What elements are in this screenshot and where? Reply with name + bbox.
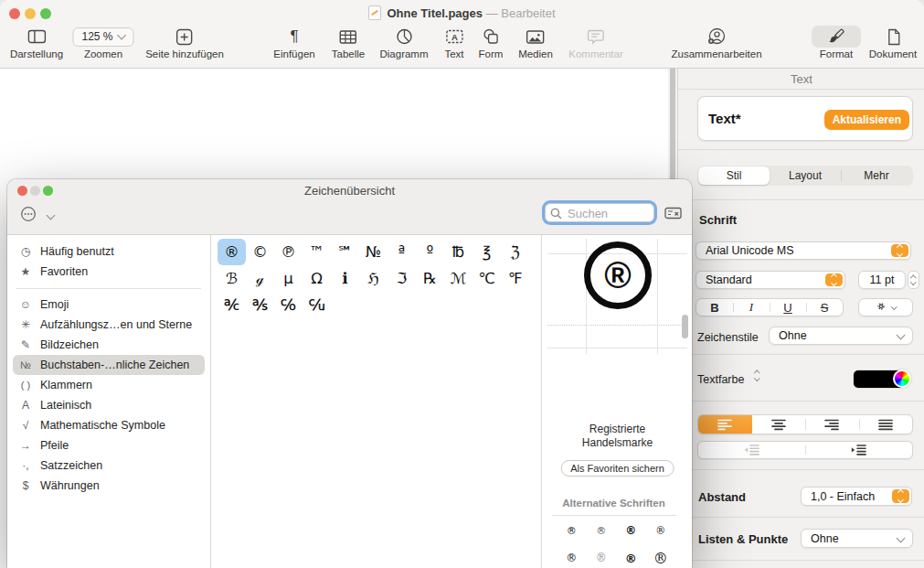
char-cell[interactable]: ℊ — [246, 265, 274, 292]
update-style-button[interactable]: Aktualisieren — [824, 110, 909, 130]
char-cell[interactable]: ℹ — [331, 265, 359, 292]
toolbar-dokument[interactable]: Dokument — [869, 26, 917, 59]
char-cell[interactable]: № — [359, 239, 388, 265]
text-color-disclosure-icon[interactable] — [755, 371, 759, 380]
spacing-popup[interactable]: 1,0 - Einfach — [801, 487, 912, 506]
category-aufzählungsz-en-und-sterne[interactable]: ✳Aufzählungsz…en und Sterne — [13, 315, 205, 335]
search-input[interactable] — [566, 204, 652, 223]
tab-layout[interactable]: Layout — [770, 166, 841, 185]
alt-font-cell[interactable]: ® — [587, 544, 617, 568]
underline-button[interactable]: U — [770, 299, 806, 316]
char-cell[interactable]: º — [416, 239, 444, 265]
align-right-button[interactable] — [805, 415, 859, 434]
strikethrough-button[interactable]: S — [806, 299, 843, 316]
advanced-text-options-button[interactable] — [858, 298, 913, 316]
category-bildzeichen[interactable]: ✎Bildzeichen — [13, 335, 205, 355]
toolbar-zusammenarbeiten[interactable]: Zusammenarbeiten — [671, 26, 761, 59]
align-center-button[interactable] — [752, 415, 806, 434]
toolbar-diagramm[interactable]: Diagramm — [379, 26, 428, 59]
smiley-icon: ☺ — [16, 298, 35, 311]
stepper-icon[interactable] — [892, 489, 909, 503]
category-lateinisch[interactable]: ALateinisch — [13, 395, 205, 415]
toolbar-label: Format — [812, 48, 861, 59]
search-field[interactable] — [545, 203, 654, 222]
char-cell[interactable]: ℃ — [473, 265, 501, 292]
paragraph-style-card[interactable]: Text* Aktualisieren — [697, 96, 913, 141]
align-justify-button[interactable] — [859, 415, 913, 434]
alt-font-cell[interactable]: ® — [557, 544, 587, 568]
alt-fonts-scrollbar[interactable] — [682, 315, 688, 338]
toolbar-tabelle[interactable]: Tabelle — [332, 26, 365, 59]
outdent-button[interactable] — [698, 442, 805, 458]
char-cell[interactable]: ℔ — [444, 239, 473, 265]
char-cell[interactable]: ℳ — [444, 265, 473, 292]
alt-font-cell[interactable]: ® — [587, 517, 617, 544]
category-mathematische-symbole[interactable]: √Mathematische Symbole — [13, 415, 205, 435]
chevron-down-icon[interactable] — [47, 210, 56, 220]
char-cell[interactable]: ℠ — [331, 239, 359, 265]
char-cell[interactable]: ™ — [303, 239, 331, 265]
save-favorite-button[interactable]: Als Favoriten sichern — [560, 460, 674, 477]
category-häufig-benutzt[interactable]: ◷Häufig benutzt — [13, 241, 205, 262]
color-wheel-icon[interactable] — [893, 370, 911, 388]
alt-font-cell[interactable]: ® — [616, 517, 646, 544]
alt-font-cell[interactable]: ® — [557, 517, 587, 544]
toolbar-label: Zoomen — [72, 48, 133, 59]
alt-font-cell[interactable]: ® — [646, 544, 676, 568]
font-family-popup[interactable]: Arial Unicode MS — [696, 241, 911, 260]
font-size-field[interactable]: 11 pt — [858, 271, 906, 289]
char-cell[interactable]: ℌ — [359, 265, 388, 292]
category-klammern[interactable]: ( )Klammern — [13, 375, 205, 395]
alt-font-cell[interactable]: ® — [616, 544, 646, 568]
italic-button[interactable]: I — [733, 299, 770, 316]
zoom-level-button[interactable]: 125 % — [72, 27, 133, 47]
char-cell[interactable]: ℆ — [303, 292, 331, 318]
toolbar-form[interactable]: Form — [479, 26, 504, 59]
action-menu-icon[interactable] — [20, 206, 37, 226]
stepper-icon[interactable] — [825, 273, 843, 286]
category-währungen[interactable]: $Währungen — [13, 476, 205, 496]
toolbar-format[interactable]: Format — [812, 26, 861, 59]
category-emoji[interactable]: ☺Emoji — [13, 295, 205, 315]
toolbar-label: Einfügen — [273, 48, 314, 59]
font-size-stepper[interactable] — [908, 271, 919, 289]
char-cell[interactable]: ℀ — [218, 292, 246, 318]
align-left-button[interactable] — [698, 415, 752, 434]
char-cell[interactable]: µ — [274, 265, 303, 292]
toolbar-darstellung[interactable]: Darstellung — [10, 26, 63, 59]
char-cell[interactable]: ℗ — [274, 239, 303, 265]
char-cell[interactable]: Ω — [303, 265, 331, 292]
char-cell[interactable]: ℉ — [501, 265, 529, 292]
window-chrome: Ohne Titel.pages — Bearbeitet Darstellun… — [0, 0, 924, 69]
char-cell[interactable]: ® — [218, 239, 246, 265]
lists-dropdown[interactable]: Ohne — [801, 529, 913, 548]
indent-button[interactable] — [805, 442, 912, 458]
toolbar-medien[interactable]: Medien — [518, 26, 553, 59]
toolbar-einfuegen[interactable]: ¶ Einfügen — [273, 26, 314, 59]
char-cell[interactable]: © — [246, 239, 274, 265]
font-style-popup[interactable]: Standard — [696, 271, 845, 289]
char-styles-dropdown[interactable]: Ohne — [769, 327, 913, 345]
char-cell[interactable]: ℑ — [388, 265, 416, 292]
tab-mehr[interactable]: Mehr — [841, 166, 912, 185]
stepper-icon[interactable] — [891, 244, 908, 257]
toolbar-text[interactable]: A Text — [444, 26, 463, 59]
char-cell[interactable]: ℨ — [501, 239, 529, 265]
char-cell[interactable]: ℞ — [416, 265, 444, 292]
panel-expand-icon[interactable] — [664, 207, 682, 223]
toolbar-seite-hinzufuegen[interactable]: Seite hinzufügen — [145, 26, 224, 59]
char-cell[interactable]: ℬ — [218, 265, 246, 292]
category-satzzeichen[interactable]: ·,Satzzeichen — [13, 455, 205, 476]
alt-font-cell[interactable]: ® — [646, 517, 676, 544]
char-cell[interactable]: ℅ — [274, 292, 303, 318]
category-pfeile[interactable]: →Pfeile — [13, 435, 205, 455]
font-section-header: Schrift — [699, 213, 737, 227]
char-cell[interactable]: ℁ — [246, 292, 274, 318]
char-cell[interactable]: ª — [388, 239, 416, 265]
tab-stil[interactable]: Stil — [698, 166, 770, 185]
category-favoriten[interactable]: ★Favoriten — [13, 262, 205, 282]
bold-button[interactable]: B — [696, 299, 733, 316]
toolbar-zoomen[interactable]: 125 % Zoomen — [72, 26, 133, 59]
category-buchstaben-nliche-zeichen[interactable]: №Buchstaben-…nliche Zeichen — [13, 355, 205, 375]
char-cell[interactable]: ℥ — [473, 239, 501, 265]
